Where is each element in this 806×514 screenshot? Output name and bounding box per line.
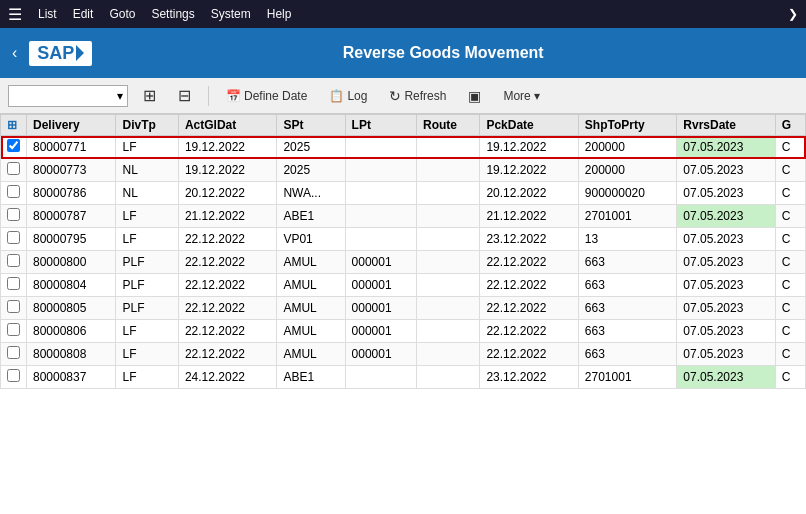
sap-logo-text: SAP [37,43,74,64]
delivery-cell: 80000786 [27,182,116,205]
calendar-icon: 📅 [226,89,241,103]
shptoprty-cell: 663 [578,274,676,297]
col-header-lpt[interactable]: LPt [345,115,416,136]
rvrsdate-cell: 07.05.2023 [677,182,775,205]
command-dropdown[interactable]: ▾ [8,85,128,107]
rvrsdate-cell: 07.05.2023 [677,136,775,159]
rvrsdate-cell: 07.05.2023 [677,251,775,274]
pckdate-cell: 19.12.2022 [480,159,578,182]
shptoprty-cell: 200000 [578,136,676,159]
route-cell [417,159,480,182]
table-row: 80000808LF22.12.2022AMUL00000122.12.2022… [1,343,806,366]
divtp-cell: NL [116,159,178,182]
row-checkbox[interactable] [7,185,20,198]
list-view-button[interactable]: ⊟ [171,83,198,108]
actgldat-cell: 22.12.2022 [178,274,276,297]
pckdate-cell: 22.12.2022 [480,251,578,274]
delivery-cell: 80000771 [27,136,116,159]
table-row: 80000795LF22.12.2022VP0123.12.20221307.0… [1,228,806,251]
divtp-cell: PLF [116,274,178,297]
row-checkbox-cell [1,343,27,366]
col-header-shptoprty[interactable]: ShpToPrty [578,115,676,136]
refresh-button[interactable]: ↻ Refresh [382,85,453,107]
shptoprty-cell: 663 [578,343,676,366]
menu-item-help[interactable]: Help [267,7,292,21]
menu-item-edit[interactable]: Edit [73,7,94,21]
row-checkbox-cell [1,136,27,159]
delivery-cell: 80000800 [27,251,116,274]
divtp-cell: LF [116,343,178,366]
more-label: More ▾ [503,89,540,103]
shptoprty-cell: 200000 [578,159,676,182]
row-checkbox[interactable] [7,277,20,290]
spt-cell: AMUL [277,297,345,320]
spt-cell: AMUL [277,343,345,366]
route-cell [417,251,480,274]
table-row: 80000805PLF22.12.2022AMUL00000122.12.202… [1,297,806,320]
route-cell [417,366,480,389]
row-checkbox[interactable] [7,231,20,244]
spt-cell: AMUL [277,320,345,343]
row-checkbox-cell [1,366,27,389]
pckdate-cell: 23.12.2022 [480,366,578,389]
lpt-cell [345,228,416,251]
menu-item-settings[interactable]: Settings [151,7,194,21]
divtp-cell: LF [116,205,178,228]
delivery-cell: 80000795 [27,228,116,251]
actgldat-cell: 24.12.2022 [178,366,276,389]
log-button[interactable]: 📋 Log [322,86,374,106]
g-cell: C [775,320,805,343]
pckdate-cell: 20.12.2022 [480,182,578,205]
divtp-cell: PLF [116,251,178,274]
g-cell: C [775,297,805,320]
collapse-icon[interactable]: ❯ [788,7,798,21]
menu-item-system[interactable]: System [211,7,251,21]
grid-view-button[interactable]: ⊞ [136,83,163,108]
col-header-rvrsdate[interactable]: RvrsDate [677,115,775,136]
col-header-divtp[interactable]: DivTp [116,115,178,136]
route-cell [417,343,480,366]
menu-item-goto[interactable]: Goto [109,7,135,21]
col-header-delivery[interactable]: Delivery [27,115,116,136]
row-checkbox[interactable] [7,300,20,313]
table-row: 80000771LF19.12.2022202519.12.2022200000… [1,136,806,159]
hamburger-icon[interactable]: ☰ [8,5,22,24]
row-checkbox[interactable] [7,323,20,336]
lpt-cell [345,182,416,205]
back-button[interactable]: ‹ [12,44,17,62]
spt-cell: AMUL [277,274,345,297]
divtp-cell: PLF [116,297,178,320]
shptoprty-cell: 663 [578,297,676,320]
define-date-label: Define Date [244,89,307,103]
row-checkbox[interactable] [7,369,20,382]
row-checkbox[interactable] [7,346,20,359]
row-checkbox[interactable] [7,254,20,267]
actgldat-cell: 19.12.2022 [178,159,276,182]
export-button[interactable]: ▣ [461,85,488,107]
spt-cell: VP01 [277,228,345,251]
row-checkbox[interactable] [7,208,20,221]
define-date-button[interactable]: 📅 Define Date [219,86,314,106]
actgldat-cell: 22.12.2022 [178,228,276,251]
row-checkbox[interactable] [7,162,20,175]
route-cell [417,320,480,343]
col-header-g[interactable]: G [775,115,805,136]
spt-cell: NWA... [277,182,345,205]
log-icon: 📋 [329,89,344,103]
actgldat-cell: 22.12.2022 [178,251,276,274]
shptoprty-cell: 13 [578,228,676,251]
shptoprty-cell: 663 [578,251,676,274]
lpt-cell [345,159,416,182]
table-row: 80000804PLF22.12.2022AMUL00000122.12.202… [1,274,806,297]
menu-item-list[interactable]: List [38,7,57,21]
delivery-cell: 80000773 [27,159,116,182]
g-cell: C [775,343,805,366]
pckdate-cell: 23.12.2022 [480,228,578,251]
rvrsdate-cell: 07.05.2023 [677,205,775,228]
col-header-route[interactable]: Route [417,115,480,136]
more-button[interactable]: More ▾ [496,86,547,106]
row-checkbox[interactable] [7,139,20,152]
col-header-pckdate[interactable]: PckDate [480,115,578,136]
col-header-spt[interactable]: SPt [277,115,345,136]
col-header-actgldat[interactable]: ActGlDat [178,115,276,136]
